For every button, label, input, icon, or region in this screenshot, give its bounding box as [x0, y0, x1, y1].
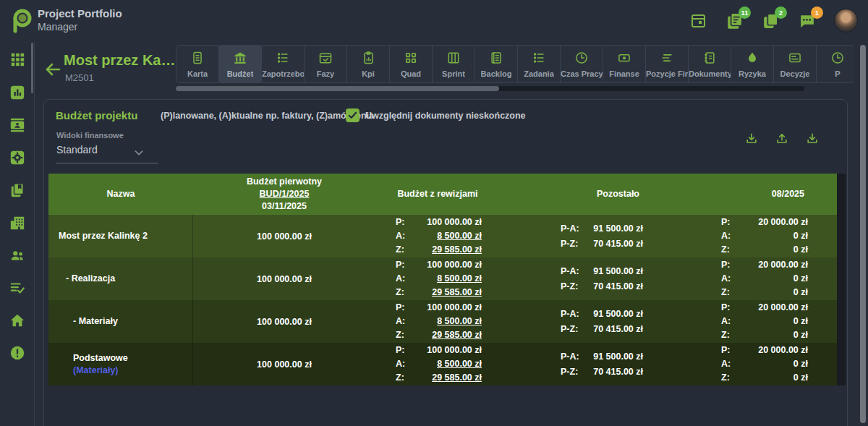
row-name-cell[interactable]: Podstawowe(Materiały): [48, 343, 193, 385]
a-value[interactable]: 8 500.00 zł: [437, 229, 482, 243]
tab-sprint[interactable]: Sprint: [432, 45, 475, 83]
p-value: 100 000.00 zł: [427, 216, 482, 229]
pz-value: 70 415.00 zł: [593, 279, 643, 294]
table-row: - Materiały100 000.00 złP:100 000.00 złA…: [48, 300, 837, 343]
tab-quad[interactable]: Quad: [389, 45, 433, 83]
tab-ryzyka[interactable]: Ryzyka: [731, 45, 774, 83]
tab-karta[interactable]: Karta: [176, 45, 219, 83]
header-revisions: Budżet z rewizjami: [397, 188, 477, 200]
apps-grid-icon[interactable]: [9, 51, 25, 67]
notifications-icon[interactable]: 11: [726, 12, 744, 30]
original-budget-value: 100 000.00 zł: [257, 359, 312, 370]
row-name[interactable]: - Materiały: [73, 315, 192, 328]
tab-pozycje-fin-[interactable]: Pozycje Fin.: [645, 45, 689, 83]
tab-kpi[interactable]: Kpi: [346, 45, 390, 83]
dashboard-chart-icon[interactable]: [9, 85, 25, 101]
tab-decyzje[interactable]: Decyzje: [773, 45, 817, 83]
pz-value: 70 415.00 zł: [593, 365, 643, 380]
calendar-icon[interactable]: [689, 12, 708, 30]
row-name[interactable]: Most przez Kalinkę 2: [59, 230, 192, 242]
tab-label: Dokumenty: [689, 69, 731, 78]
tab-finanse[interactable]: Finanse: [603, 45, 646, 83]
contact-card-icon[interactable]: [9, 117, 25, 133]
value-label: P:: [721, 216, 731, 229]
organization-building-icon[interactable]: [9, 215, 25, 231]
home-icon[interactable]: [9, 312, 25, 328]
tab-fazy[interactable]: Fazy: [304, 45, 347, 83]
settings-gear-icon[interactable]: [9, 150, 25, 166]
tab-label: P: [835, 69, 840, 78]
row-name[interactable]: Podstawowe: [73, 352, 192, 365]
tab-czas-pracy[interactable]: Czas Pracy: [560, 45, 603, 83]
include-unfinished-label: Uwzględnij dokumenty nieskończone: [365, 111, 526, 121]
pz-value: 70 415.00 zł: [593, 322, 643, 337]
people-icon[interactable]: [9, 247, 25, 263]
tabs-scrollbar-thumb[interactable]: [176, 86, 499, 91]
tab-zadania[interactable]: Zadania: [517, 45, 561, 83]
user-avatar[interactable]: [834, 9, 858, 33]
value-label: P-A:: [561, 349, 579, 365]
financial-view-select[interactable]: Standard: [56, 144, 158, 163]
tab-p[interactable]: P: [816, 45, 854, 83]
row-name-cell[interactable]: - Realizacja: [48, 257, 193, 300]
z-value[interactable]: 29 585.00 zł: [432, 286, 482, 299]
flame-icon: [745, 51, 760, 65]
page-scrollbar[interactable]: [860, 45, 866, 423]
row-name[interactable]: - Realizacja: [66, 273, 192, 285]
select-underline: [56, 163, 158, 163]
a-value[interactable]: 8 500.00 zł: [437, 272, 482, 286]
budget-table: Nazwa Budżet pierwotny BUD/1/2025 03/11/…: [48, 174, 837, 385]
value-label: Z:: [396, 286, 404, 299]
approvals-icon[interactable]: 2: [762, 12, 780, 30]
table-row: Most przez Kalinkę 2100 000.00 złP:100 0…: [48, 215, 837, 257]
table-scrollbar[interactable]: [837, 174, 846, 385]
value-label: P-A:: [561, 221, 579, 237]
sidebar-scrollbar[interactable]: [31, 43, 33, 93]
tab-label: Zapotrzebowania: [262, 69, 304, 78]
chevron-down-icon: [133, 147, 145, 158]
value-label: P:: [396, 258, 405, 272]
value-label: P-A:: [561, 264, 579, 279]
chat-icon[interactable]: 1: [798, 12, 817, 30]
value-label: Z:: [721, 243, 730, 257]
module-tabs: KartaBudżetZapotrzebowaniaFazyKpiQuadSpr…: [176, 45, 854, 83]
tab-bud-et[interactable]: Budżet: [218, 45, 262, 83]
original-budget-value: 100 000.00 zł: [257, 317, 312, 327]
include-unfinished-checkbox[interactable]: [346, 108, 359, 122]
month-cell: P:20 000.00 złA:0 złZ:0 zł: [673, 257, 837, 300]
a-value[interactable]: 8 500.00 zł: [437, 357, 482, 371]
alert-icon[interactable]: [9, 345, 25, 361]
tab-zapotrzebowania[interactable]: Zapotrzebowania: [261, 45, 305, 83]
library-icon[interactable]: [9, 182, 25, 198]
revisions-cell: P:100 000.00 złA:8 500.00 złZ:29 585.00 …: [375, 215, 500, 257]
row-name-category-link[interactable]: (Materiały): [73, 365, 192, 377]
tab-label: Backlog: [481, 69, 512, 78]
tab-label: Czas Pracy: [561, 69, 603, 78]
tab-label: Decyzje: [780, 69, 810, 78]
original-budget-value: 100 000.00 zł: [257, 274, 312, 284]
app-logo-icon: [7, 7, 35, 35]
value-label: Z:: [721, 286, 730, 299]
z-value[interactable]: 29 585.00 zł: [432, 328, 482, 342]
tab-dokumenty[interactable]: Dokumenty: [688, 45, 731, 83]
task-list-check-icon[interactable]: [9, 280, 25, 296]
clock-icon: [574, 51, 589, 65]
back-arrow-icon[interactable]: [44, 61, 61, 78]
tabs-scrollbar-track[interactable]: [176, 86, 804, 91]
pa-value: 91 500.00 zł: [593, 349, 643, 365]
pa-value: 91 500.00 zł: [593, 264, 643, 279]
download-icon[interactable]: [744, 132, 759, 146]
export-icon[interactable]: [805, 132, 820, 146]
row-name-cell[interactable]: Most przez Kalinkę 2: [48, 215, 193, 257]
header-budget-doc-link[interactable]: BUD/1/2025: [260, 188, 310, 200]
bank-icon: [233, 51, 247, 65]
value-label: A:: [721, 272, 731, 286]
z-value[interactable]: 29 585.00 zł: [432, 371, 482, 385]
tab-label: Fazy: [317, 69, 334, 78]
z-value[interactable]: 29 585.00 zł: [432, 243, 482, 257]
row-name-cell[interactable]: - Materiały: [48, 300, 193, 343]
upload-icon[interactable]: [775, 132, 789, 146]
project-code: M2501: [65, 72, 94, 83]
tab-backlog[interactable]: Backlog: [475, 45, 518, 83]
a-value[interactable]: 8 500.00 zł: [437, 315, 482, 328]
